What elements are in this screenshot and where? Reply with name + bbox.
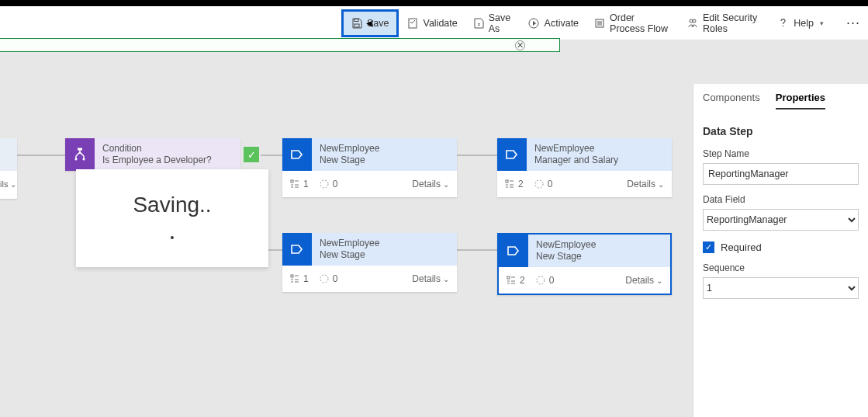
close-notification-icon[interactable]: ✕ [515, 40, 525, 50]
node-title: NewEmployee [320, 143, 379, 155]
svg-point-21 [537, 276, 545, 284]
tab-properties[interactable]: Properties [776, 92, 825, 109]
connector [261, 155, 282, 156]
node-subtitle: New Stage [320, 249, 379, 261]
notification-bar: ✕ [0, 38, 560, 52]
details-toggle[interactable]: Details⌄ [412, 179, 449, 189]
more-button[interactable]: ··· [839, 15, 868, 31]
save-as-icon [473, 17, 484, 29]
details-toggle[interactable]: Details⌄ [625, 275, 662, 286]
save-icon [351, 17, 362, 29]
save-button[interactable]: Save [341, 9, 399, 37]
data-field-select[interactable]: ReportingManager [703, 209, 859, 231]
branches-count: 0 [536, 275, 555, 286]
condition-icon [65, 138, 95, 171]
svg-point-7 [783, 26, 784, 27]
save-label: Save [367, 18, 389, 29]
stage-node-selected[interactable]: NewEmployee New Stage 2 0 Details⌄ [497, 233, 672, 295]
stage-icon [497, 138, 527, 171]
branches-count: 0 [320, 273, 338, 284]
tab-components[interactable]: Components [703, 92, 760, 109]
validate-label: Validate [424, 18, 458, 29]
sequence-label: Sequence [703, 262, 859, 273]
svg-rect-2 [409, 19, 417, 28]
required-checkbox[interactable]: ✓ [703, 242, 714, 253]
order-icon [594, 17, 605, 29]
save-as-button[interactable]: Save As [466, 11, 520, 36]
svg-point-19 [320, 275, 328, 283]
steps-count: 2 [507, 275, 525, 286]
activate-icon [528, 17, 540, 29]
branches-count: 0 [534, 179, 553, 189]
stage-node[interactable]: NewEmployee Manager and Salary 2 0 Detai… [497, 138, 672, 197]
save-as-label: Save As [489, 12, 513, 34]
saving-overlay: Saving.. • [76, 169, 268, 267]
node-title: NewEmployee [534, 143, 618, 155]
steps-count: 2 [505, 179, 524, 189]
svg-rect-16 [506, 180, 508, 182]
svg-rect-14 [291, 180, 293, 182]
branches-count: 0 [320, 179, 338, 189]
help-label: Help [794, 18, 814, 29]
stage-node[interactable]: NewEmployee New Stage 1 0 Details⌄ [282, 138, 457, 197]
node-subtitle: Is Employee a Developer? [102, 155, 212, 166]
panel-tabs: Components Properties [693, 84, 868, 109]
step-name-input[interactable] [703, 163, 859, 185]
svg-rect-20 [507, 276, 510, 279]
details-toggle[interactable]: Details⌄ [412, 273, 449, 284]
details-toggle[interactable]: Details⌄ [627, 179, 664, 189]
node-subtitle: New Stage [536, 251, 596, 262]
svg-point-15 [320, 180, 328, 188]
svg-point-5 [690, 19, 693, 23]
node-title: Condition [102, 143, 212, 155]
svg-point-12 [83, 158, 85, 161]
activate-button[interactable]: Activate [521, 11, 586, 36]
help-button[interactable]: Help ▾ [770, 11, 831, 36]
svg-rect-0 [354, 19, 358, 21]
order-button[interactable]: Order Process Flow [587, 11, 679, 36]
stage-icon [282, 233, 312, 266]
properties-panel: Components Properties Data Step Step Nam… [693, 84, 868, 417]
svg-rect-13 [78, 148, 82, 151]
data-field-label: Data Field [703, 194, 859, 205]
chevron-down-icon: ▾ [820, 19, 824, 27]
svg-point-6 [693, 19, 696, 23]
svg-point-17 [535, 180, 543, 188]
validate-icon [407, 17, 419, 29]
loading-dot: • [171, 231, 175, 244]
security-label: Edit Security Roles [703, 12, 762, 34]
saving-text: Saving.. [133, 193, 211, 217]
security-icon [687, 17, 698, 29]
sequence-select[interactable]: 1 [703, 277, 859, 299]
node-subtitle: Manager and Salary [534, 155, 618, 166]
security-button[interactable]: Edit Security Roles [680, 11, 769, 36]
stage-node[interactable]: NewEmployee New Stage 1 0 Details⌄ [282, 233, 457, 292]
command-toolbar: Save Validate Save As Activate Order Pro… [0, 6, 868, 40]
connector [457, 155, 497, 156]
steps-count: 1 [290, 179, 309, 189]
order-label: Order Process Flow [610, 12, 672, 34]
panel-heading: Data Step [703, 125, 859, 137]
connector [457, 249, 497, 251]
stage-icon [282, 138, 312, 171]
svg-point-11 [75, 158, 78, 161]
title-bar [0, 0, 868, 6]
node-title: NewEmployee [320, 238, 379, 249]
help-icon [777, 17, 789, 29]
stage-node-partial[interactable]: ils ⌄ [0, 138, 17, 199]
svg-rect-18 [291, 275, 293, 277]
required-label: Required [721, 242, 762, 253]
activate-label: Activate [545, 18, 579, 29]
stage-icon [499, 235, 528, 267]
steps-count: 1 [290, 273, 309, 284]
step-name-label: Step Name [703, 148, 859, 159]
node-title: NewEmployee [536, 239, 596, 251]
partial-details: ils ⌄ [0, 179, 16, 189]
condition-true-icon: ✓ [244, 147, 259, 162]
node-subtitle: New Stage [320, 155, 379, 166]
connector [17, 155, 65, 156]
validate-button[interactable]: Validate [400, 11, 465, 36]
condition-node[interactable]: Condition Is Employee a Developer? [65, 138, 240, 171]
svg-rect-1 [354, 24, 359, 27]
